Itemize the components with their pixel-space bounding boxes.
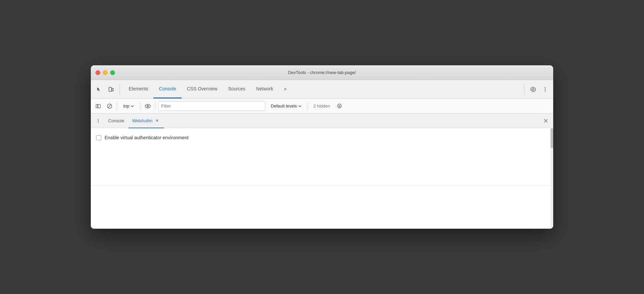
hidden-messages-count: 2 hidden: [311, 103, 333, 108]
block-icon: [107, 103, 112, 109]
svg-point-14: [339, 105, 340, 106]
svg-point-13: [147, 106, 148, 106]
webauthn-content: Enable virtual authenticator environment: [91, 128, 553, 186]
webauthn-scroll-area: Enable virtual authenticator environment: [91, 128, 553, 229]
filter-input[interactable]: [158, 101, 265, 111]
tab-navigation: Elements Console CSS Overview Sources Ne…: [123, 80, 292, 98]
clear-console-btn[interactable]: [105, 101, 114, 111]
devtools-window: DevTools - chrome://new-tab-page/ Ele: [91, 65, 553, 229]
drawer-tab-webauthn[interactable]: WebAuthn: [128, 114, 164, 128]
dropdown-arrow-icon: [131, 105, 134, 107]
gear-small-icon: [337, 103, 342, 109]
sidebar-icon: [95, 103, 101, 109]
dots-vertical-small-icon: [96, 119, 101, 123]
maximize-button[interactable]: [110, 70, 115, 75]
window-title: DevTools - chrome://new-tab-page/: [288, 70, 356, 75]
settings-button[interactable]: [528, 84, 538, 95]
enable-authenticator-row: Enable virtual authenticator environment: [96, 135, 548, 140]
console-body: Console WebAuthn: [91, 114, 553, 229]
dots-vertical-icon: [542, 86, 548, 92]
minimize-button[interactable]: [103, 70, 108, 75]
enable-virtual-auth-checkbox[interactable]: [96, 135, 101, 140]
svg-point-2: [545, 87, 546, 88]
close-tab-icon: [155, 119, 159, 122]
context-selector[interactable]: top: [120, 102, 137, 110]
enable-virtual-auth-label: Enable virtual authenticator environment: [105, 135, 189, 140]
close-drawer-icon: [543, 119, 548, 123]
console-divider-1: [117, 102, 117, 110]
tab-more[interactable]: »: [278, 80, 292, 98]
webauthn-panel: Enable virtual authenticator environment: [91, 128, 553, 229]
tab-console[interactable]: Console: [153, 80, 181, 98]
cursor-icon-btn[interactable]: [93, 84, 104, 95]
svg-point-4: [545, 90, 546, 91]
scrollbar-thumb[interactable]: [551, 128, 553, 148]
device-toolbar-btn[interactable]: [106, 84, 116, 95]
tab-elements[interactable]: Elements: [123, 80, 153, 98]
svg-point-16: [98, 121, 99, 121]
drawer-tab-console[interactable]: Console: [104, 114, 128, 128]
scrollbar[interactable]: [551, 128, 553, 229]
console-toolbar: top Default levels: [91, 99, 553, 114]
title-bar: DevTools - chrome://new-tab-page/: [91, 65, 553, 80]
tab-network[interactable]: Network: [251, 80, 278, 98]
close-drawer-btn[interactable]: [541, 116, 551, 126]
svg-point-17: [98, 122, 99, 123]
device-icon: [108, 87, 114, 92]
traffic-lights: [95, 70, 115, 75]
toolbar-divider-right: [524, 84, 524, 95]
close-webauthn-tab-btn[interactable]: [154, 118, 160, 123]
cursor-icon: [96, 87, 102, 92]
svg-point-3: [545, 89, 546, 90]
empty-content-area: [91, 186, 553, 229]
console-settings-btn[interactable]: [335, 101, 344, 111]
menu-button[interactable]: [540, 84, 551, 95]
toolbar-right: [522, 84, 551, 95]
close-button[interactable]: [95, 70, 100, 75]
tab-sources[interactable]: Sources: [223, 80, 251, 98]
console-divider-4: [308, 102, 308, 110]
live-expressions-btn[interactable]: [143, 101, 152, 111]
show-sidebar-btn[interactable]: [93, 101, 103, 111]
console-divider-3: [155, 102, 155, 110]
svg-rect-0: [109, 87, 112, 91]
svg-rect-1: [112, 88, 113, 91]
log-levels-btn[interactable]: Default levels: [267, 102, 305, 110]
gear-icon: [530, 86, 536, 92]
levels-dropdown-icon: [298, 105, 302, 107]
svg-line-10: [108, 104, 111, 108]
main-toolbar: Elements Console CSS Overview Sources Ne…: [91, 80, 553, 99]
toolbar-divider: [120, 84, 120, 95]
svg-point-15: [98, 119, 99, 120]
tab-css-overview[interactable]: CSS Overview: [182, 80, 223, 98]
console-divider-2: [140, 102, 140, 110]
eye-icon: [145, 104, 151, 108]
devtools-panel: Elements Console CSS Overview Sources Ne…: [91, 80, 553, 229]
drawer-more-btn[interactable]: [93, 116, 103, 126]
drawer-tabs: Console WebAuthn: [91, 114, 553, 128]
